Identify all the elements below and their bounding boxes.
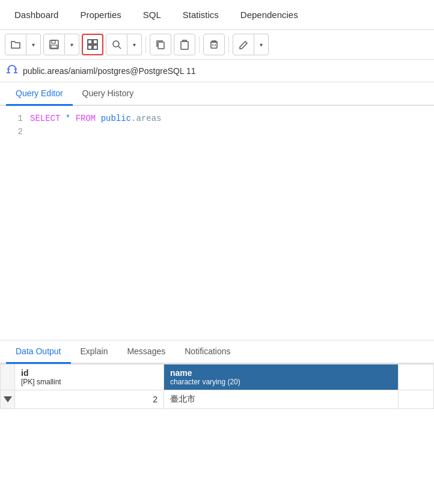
- breadcrumb-bar: public.areas/aniaml/postgres@PostgreSQL …: [0, 60, 434, 82]
- name-col-header: name character varying (20): [164, 364, 399, 390]
- nav-properties[interactable]: Properties: [70, 0, 130, 30]
- open-btn-group: ▾: [5, 34, 41, 55]
- id-col-name: id: [21, 368, 157, 378]
- svg-rect-10: [181, 41, 188, 49]
- bottom-tabs: Data Output Explain Messages Notificatio…: [0, 340, 434, 364]
- name-col-type: character varying (20): [170, 378, 392, 386]
- svg-rect-3: [88, 40, 92, 44]
- delete-button[interactable]: [203, 34, 225, 55]
- nav-dependencies[interactable]: Dependencies: [231, 0, 308, 30]
- id-col-type: [PK] smallint: [21, 378, 157, 386]
- nav-sql[interactable]: SQL: [133, 0, 171, 30]
- divider-1: [145, 36, 146, 53]
- svg-rect-2: [51, 45, 57, 48]
- execute-button[interactable]: [82, 34, 103, 55]
- token-table: .areas: [131, 114, 161, 123]
- tab-query-editor[interactable]: Query Editor: [6, 82, 73, 106]
- search-caret-button[interactable]: ▾: [127, 34, 142, 55]
- sort-triangle-icon[interactable]: [4, 396, 12, 402]
- token-select: SELECT: [30, 114, 60, 123]
- toolbar: ▾ ▾ ▾: [0, 30, 434, 60]
- divider-3: [228, 36, 229, 53]
- svg-rect-6: [93, 45, 97, 49]
- tab-query-history[interactable]: Query History: [73, 82, 144, 106]
- results-table: id [PK] smallint name character varying …: [0, 364, 434, 409]
- token-star: *: [66, 114, 76, 123]
- editor-tabs: Query Editor Query History: [0, 82, 434, 106]
- svg-line-8: [118, 46, 121, 49]
- token-public: public: [101, 114, 131, 123]
- save-button[interactable]: [43, 34, 65, 55]
- svg-rect-11: [211, 42, 217, 48]
- token-from: FROM: [76, 114, 96, 123]
- breadcrumb-path: public.areas/aniaml/postgres@PostgreSQL …: [23, 66, 196, 76]
- line-number-1: 1: [6, 112, 23, 125]
- extra-cell: [398, 390, 433, 409]
- line-number-2: 2: [6, 125, 23, 138]
- open-caret-button[interactable]: ▾: [26, 34, 41, 55]
- code-content-1: SELECT * FROM public.areas: [30, 112, 428, 125]
- connection-icon: [6, 63, 18, 78]
- sort-cell[interactable]: [1, 390, 15, 409]
- edit-button[interactable]: [233, 34, 254, 55]
- divider-2: [199, 36, 200, 53]
- copy-button[interactable]: [150, 34, 171, 55]
- svg-rect-9: [158, 42, 164, 49]
- id-col-header: id [PK] smallint: [15, 364, 164, 390]
- code-line-2: 2: [0, 125, 434, 138]
- tab-explain[interactable]: Explain: [71, 340, 118, 364]
- sort-col-header: [1, 364, 15, 390]
- editor-area[interactable]: 1 SELECT * FROM public.areas 2: [0, 106, 434, 340]
- save-btn-group: ▾: [43, 34, 79, 55]
- extra-col-header: [398, 364, 433, 390]
- paste-button[interactable]: [174, 34, 195, 55]
- tab-notifications[interactable]: Notifications: [175, 340, 240, 364]
- tab-data-output[interactable]: Data Output: [6, 340, 71, 364]
- table-row: 2 臺北市: [1, 390, 434, 409]
- edit-caret-button[interactable]: ▾: [254, 34, 269, 55]
- code-line-1: 1 SELECT * FROM public.areas: [0, 112, 434, 125]
- save-caret-button[interactable]: ▾: [65, 34, 79, 55]
- svg-rect-4: [93, 40, 97, 44]
- nav-dashboard[interactable]: Dashboard: [5, 0, 68, 30]
- name-col-name: name: [170, 368, 392, 378]
- top-nav: Dashboard Properties SQL Statistics Depe…: [0, 0, 434, 30]
- open-button[interactable]: [5, 34, 26, 55]
- svg-point-7: [113, 41, 119, 47]
- data-output-area: id [PK] smallint name character varying …: [0, 364, 434, 409]
- name-cell: 臺北市: [164, 390, 399, 409]
- svg-rect-5: [88, 45, 92, 49]
- id-cell: 2: [15, 390, 164, 409]
- tab-messages[interactable]: Messages: [117, 340, 175, 364]
- search-button[interactable]: [106, 34, 127, 55]
- nav-statistics[interactable]: Statistics: [173, 0, 228, 30]
- search-btn-group: ▾: [106, 34, 142, 55]
- edit-btn-group: ▾: [233, 34, 269, 55]
